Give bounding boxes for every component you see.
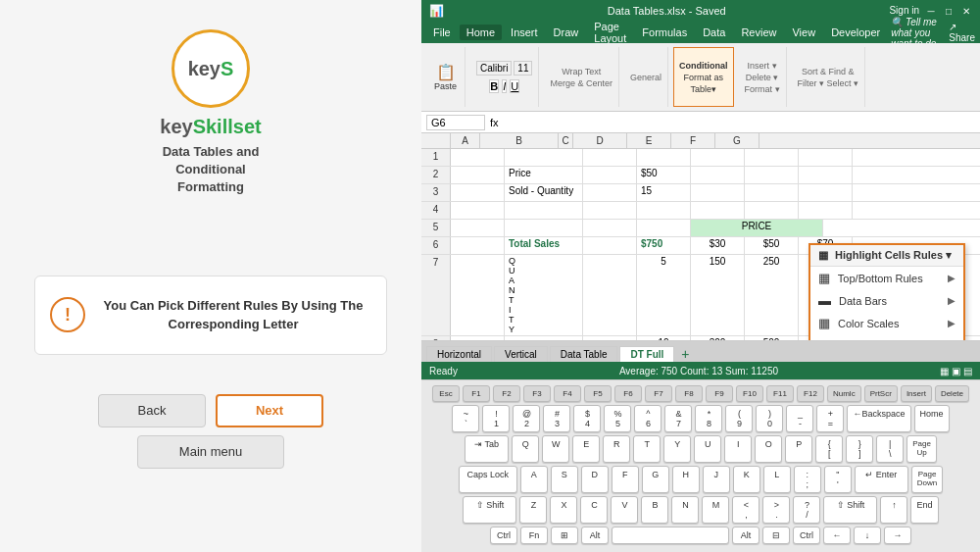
tab-dt-full[interactable]: DT Full	[619, 346, 674, 362]
back-button[interactable]: Back	[98, 394, 206, 427]
key-m[interactable]: M	[702, 496, 729, 524]
key-menu[interactable]: ⊟	[762, 527, 790, 544]
menu-insert[interactable]: Insert	[504, 25, 545, 40]
menu-developer[interactable]: Developer	[824, 25, 887, 40]
key-semicolon[interactable]: :;	[794, 466, 821, 493]
menu-data[interactable]: Data	[696, 25, 732, 40]
tab-horizontal[interactable]: Horizontal	[426, 346, 492, 362]
menu-draw[interactable]: Draw	[547, 25, 586, 40]
key-e[interactable]: E	[572, 435, 600, 463]
key-f10[interactable]: F10	[736, 385, 763, 402]
key-a[interactable]: A	[520, 466, 548, 493]
key-down[interactable]: ↓	[854, 527, 881, 544]
key-esc[interactable]: Esc	[432, 385, 460, 402]
key-9[interactable]: (9	[725, 405, 753, 432]
key-f2[interactable]: F2	[493, 385, 520, 402]
key-o[interactable]: O	[755, 435, 782, 463]
key-b[interactable]: B	[641, 496, 668, 524]
key-v[interactable]: V	[611, 496, 638, 524]
key-tab[interactable]: ⇥ Tab	[465, 435, 509, 463]
cell-reference-input[interactable]	[426, 115, 485, 130]
key-left[interactable]: ←	[823, 527, 851, 544]
key-n[interactable]: N	[671, 496, 699, 524]
key-f4[interactable]: F4	[554, 385, 581, 402]
key-pagedown[interactable]: PageDown	[911, 466, 943, 493]
key-4[interactable]: $4	[573, 405, 601, 432]
sort-filter-btn[interactable]: Sort & Find &	[802, 67, 855, 76]
key-space[interactable]	[612, 527, 729, 544]
key-right[interactable]: →	[884, 527, 911, 544]
key-numlk[interactable]: Numlc	[827, 385, 861, 402]
key-z[interactable]: Z	[519, 496, 547, 524]
cf-item-topbottom[interactable]: ▦ Top/Bottom Rules ▶	[810, 267, 963, 289]
key-u[interactable]: U	[694, 435, 721, 463]
key-c[interactable]: C	[580, 496, 608, 524]
key-5[interactable]: %5	[604, 405, 631, 432]
page-break-button[interactable]: ▤	[963, 366, 972, 376]
key-quote[interactable]: "'	[824, 466, 852, 493]
key-g[interactable]: G	[642, 466, 669, 493]
key-x[interactable]: X	[550, 496, 577, 524]
key-ctrl-right[interactable]: Ctrl	[793, 527, 820, 544]
wrap-text-btn[interactable]: Wrap Text	[562, 67, 601, 76]
key-capslock[interactable]: Caps Lock	[459, 466, 517, 493]
key-6[interactable]: ^6	[634, 405, 662, 432]
key-shift-left[interactable]: ⇧ Shift	[463, 496, 516, 524]
cf-item-colorscales[interactable]: ▦ Color Scales ▶	[810, 312, 963, 334]
key-k[interactable]: K	[733, 466, 760, 493]
format-as-table-btn[interactable]: Format as	[684, 73, 724, 82]
filter-select-btn[interactable]: Filter ▾ Select ▾	[798, 78, 859, 88]
key-8[interactable]: *8	[695, 405, 722, 432]
format-btn[interactable]: Format ▾	[745, 84, 780, 94]
key-i[interactable]: I	[724, 435, 752, 463]
font-name[interactable]: Calibri	[476, 61, 512, 75]
key-t[interactable]: T	[633, 435, 661, 463]
key-delete[interactable]: Delete	[935, 385, 969, 402]
menu-page-layout[interactable]: Page Layout	[587, 19, 633, 46]
key-j[interactable]: J	[703, 466, 730, 493]
key-y[interactable]: Y	[663, 435, 691, 463]
key-win[interactable]: ⊞	[551, 527, 578, 544]
key-0[interactable]: )0	[756, 405, 783, 432]
key-end[interactable]: End	[910, 496, 938, 524]
key-f6[interactable]: F6	[614, 385, 642, 402]
key-ctrl-left[interactable]: Ctrl	[490, 527, 517, 544]
key-w[interactable]: W	[542, 435, 569, 463]
number-format[interactable]: General	[630, 73, 662, 82]
key-lbracket[interactable]: {[	[815, 435, 843, 463]
key-2[interactable]: @2	[513, 405, 540, 432]
key-l[interactable]: L	[763, 466, 791, 493]
main-menu-button[interactable]: Main menu	[137, 435, 284, 469]
tab-data-table[interactable]: Data Table	[550, 346, 618, 362]
key-alt-left[interactable]: Alt	[581, 527, 609, 544]
bold-button[interactable]: B	[489, 79, 499, 93]
key-f[interactable]: F	[612, 466, 639, 493]
cf-item-iconsets[interactable]: ⊞ Icon Sets ▶	[810, 334, 963, 340]
key-f1[interactable]: F1	[463, 385, 490, 402]
key-slash[interactable]: ?/	[793, 496, 820, 524]
key-f9[interactable]: F9	[706, 385, 733, 402]
menu-home[interactable]: Home	[460, 25, 502, 40]
key-h[interactable]: H	[672, 466, 700, 493]
key-f11[interactable]: F11	[766, 385, 794, 402]
key-backtick[interactable]: ~`	[452, 405, 479, 432]
font-size[interactable]: 11	[514, 61, 532, 75]
italic-button[interactable]: I	[502, 79, 507, 93]
restore-button[interactable]: □	[943, 5, 955, 17]
key-minus[interactable]: _-	[786, 405, 813, 432]
key-f3[interactable]: F3	[523, 385, 551, 402]
key-pageup[interactable]: PageUp	[906, 435, 937, 463]
underline-button[interactable]: U	[510, 79, 519, 93]
key-rbracket[interactable]: }]	[846, 435, 873, 463]
key-period[interactable]: >.	[762, 496, 790, 524]
cf-item-databars[interactable]: ▬ Data Bars ▶	[810, 289, 963, 312]
key-p[interactable]: P	[785, 435, 812, 463]
key-alt-right[interactable]: Alt	[732, 527, 760, 544]
key-q[interactable]: Q	[512, 435, 539, 463]
add-sheet-button[interactable]: +	[676, 346, 694, 362]
key-f5[interactable]: F5	[584, 385, 612, 402]
key-fn[interactable]: Fn	[520, 527, 548, 544]
key-f7[interactable]: F7	[645, 385, 672, 402]
key-1[interactable]: !1	[482, 405, 510, 432]
key-comma[interactable]: <,	[732, 496, 760, 524]
